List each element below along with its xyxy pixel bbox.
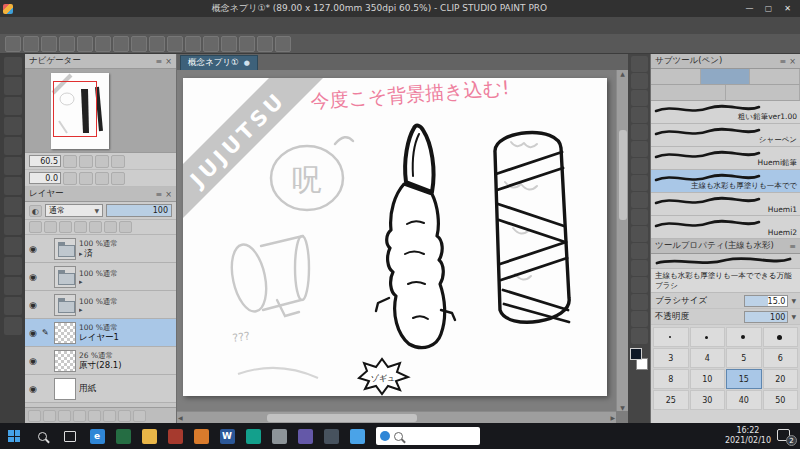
- tool-figure-icon[interactable]: [631, 311, 648, 327]
- start-button[interactable]: [0, 423, 28, 449]
- main-color-swatch[interactable]: [630, 348, 642, 360]
- menu-filter[interactable]: [84, 17, 98, 34]
- visibility-eye-icon[interactable]: ◉: [27, 356, 39, 366]
- palette-timeline-icon[interactable]: [4, 257, 22, 275]
- brush-huemi-enpitsu[interactable]: Huemi鉛筆: [651, 147, 800, 170]
- taskbar-app-explorer[interactable]: [136, 423, 162, 449]
- size-8[interactable]: 8: [653, 369, 689, 389]
- rotate-right-icon[interactable]: [79, 172, 93, 185]
- zoom-out-icon[interactable]: [185, 36, 201, 52]
- palette-layer-property-icon[interactable]: [4, 217, 22, 235]
- layer-thumbnail[interactable]: [54, 378, 76, 400]
- layer-1[interactable]: ◉ ✎ 100 %通常 ▸レイヤー1: [25, 319, 176, 347]
- menu-layer[interactable]: [42, 17, 56, 34]
- palette-tone-icon[interactable]: [4, 317, 22, 335]
- visibility-eye-icon[interactable]: ◉: [27, 244, 39, 254]
- clip-studio-icon[interactable]: [5, 36, 21, 52]
- menu-file[interactable]: [0, 17, 14, 34]
- layer-thumbnail[interactable]: [54, 322, 76, 344]
- palette-color-set-icon[interactable]: [4, 297, 22, 315]
- tool-fill-icon[interactable]: [631, 277, 648, 293]
- size-15[interactable]: 15: [726, 369, 762, 389]
- folder-arrow-icon[interactable]: ▸: [79, 250, 83, 258]
- ruler-icon[interactable]: [89, 221, 102, 233]
- transfer-layer-icon[interactable]: [58, 410, 71, 422]
- blend-mode-select[interactable]: 通常 ▼: [45, 204, 103, 217]
- tool-move-icon[interactable]: [631, 73, 648, 89]
- size-4[interactable]: 4: [690, 348, 726, 368]
- maximize-button[interactable]: ▢: [759, 1, 778, 16]
- fill-icon[interactable]: [149, 36, 165, 52]
- save-icon[interactable]: [41, 36, 57, 52]
- taskbar-search-box[interactable]: [376, 427, 480, 445]
- drawing-canvas[interactable]: JUJUTSU 今度こそ背景描き込む! 呪: [183, 78, 607, 396]
- palette-material-icon[interactable]: [4, 77, 22, 95]
- size-20[interactable]: 20: [763, 369, 799, 389]
- taskbar-app-5[interactable]: [188, 423, 214, 449]
- layer-thumbnail[interactable]: [54, 266, 76, 288]
- taskbar-app-8[interactable]: [266, 423, 292, 449]
- tab-kamipen[interactable]: [726, 85, 800, 100]
- visibility-eye-icon[interactable]: ◉: [27, 300, 39, 310]
- delete-icon[interactable]: [95, 36, 111, 52]
- layer-folder-sumi[interactable]: ◉ ✎ 100 %通常 ▸済: [25, 235, 176, 263]
- panel-menu-icon[interactable]: ≡: [789, 242, 796, 251]
- palette-layer-icon[interactable]: [4, 197, 22, 215]
- vertical-scrollbar[interactable]: ▲ ▼: [616, 70, 628, 411]
- taskbar-app-11[interactable]: [344, 423, 370, 449]
- apply-mask-icon[interactable]: [103, 410, 116, 422]
- tool-selection-icon[interactable]: [631, 107, 648, 123]
- tool-auto-select-icon[interactable]: [631, 124, 648, 140]
- stabilize-icon[interactable]: [257, 36, 273, 52]
- palette-navigator-icon[interactable]: [4, 97, 22, 115]
- mask-enable-icon[interactable]: [74, 221, 87, 233]
- brush-banno[interactable]: 主線も水彩も厚塗りも一本でで: [651, 170, 800, 193]
- navigator-view-rect[interactable]: [53, 81, 97, 137]
- menu-window[interactable]: [98, 17, 112, 34]
- taskbar-app-10[interactable]: [318, 423, 344, 449]
- palette-options-icon[interactable]: [119, 221, 132, 233]
- taskbar-search-button[interactable]: [28, 423, 56, 449]
- panel-close-icon[interactable]: ×: [165, 190, 172, 199]
- taskbar-app-9[interactable]: [292, 423, 318, 449]
- delete-layer-icon[interactable]: [118, 410, 131, 422]
- minimize-button[interactable]: —: [740, 1, 759, 16]
- new-folder-icon[interactable]: [43, 410, 56, 422]
- clear-selection-icon[interactable]: [113, 36, 129, 52]
- scroll-up-icon[interactable]: ▲: [620, 70, 625, 77]
- layer-mask-icon[interactable]: [88, 410, 101, 422]
- layer-opacity-slider[interactable]: 100: [106, 204, 172, 217]
- tool-text-icon[interactable]: [631, 328, 648, 344]
- size-40[interactable]: 40: [726, 390, 762, 410]
- brush-huemi2[interactable]: Huemi2: [651, 216, 800, 239]
- scroll-right-icon[interactable]: ▶: [610, 414, 615, 421]
- tool-gradient-icon[interactable]: [631, 294, 648, 310]
- layer-color-icon[interactable]: [104, 221, 117, 233]
- size-50[interactable]: 50: [763, 390, 799, 410]
- taskbar-app-4[interactable]: [162, 423, 188, 449]
- tool-brush-icon[interactable]: [631, 192, 648, 208]
- flip-horizontal-icon[interactable]: [95, 172, 109, 185]
- size-30[interactable]: 30: [690, 390, 726, 410]
- brush-sharpen[interactable]: シャーペン: [651, 124, 800, 147]
- opacity-input[interactable]: 100: [744, 311, 788, 323]
- tool-decoration-icon[interactable]: [631, 226, 648, 242]
- menu-help[interactable]: [112, 17, 126, 34]
- tool-pencil-icon[interactable]: [631, 175, 648, 191]
- merge-layer-icon[interactable]: [73, 410, 86, 422]
- brush-arai-enpitsu[interactable]: 粗い鉛筆ver1.00: [651, 101, 800, 124]
- tool-blend-icon[interactable]: [631, 260, 648, 276]
- visibility-eye-icon[interactable]: ◉: [27, 328, 39, 338]
- layer-folder-3[interactable]: ◉ ✎ 100 %通常 ▸: [25, 291, 176, 319]
- zoom-out-icon[interactable]: [63, 155, 77, 168]
- scroll-left-icon[interactable]: ◀: [178, 414, 183, 421]
- tab-pencil[interactable]: [651, 69, 701, 84]
- redo-icon[interactable]: [77, 36, 93, 52]
- horizontal-scrollbar[interactable]: ◀ ▶: [177, 411, 616, 423]
- brush-size-input[interactable]: 15.0: [744, 295, 788, 307]
- document-tab[interactable]: 概念ネプリ① ●: [180, 55, 258, 70]
- tool-eyedropper-icon[interactable]: [631, 141, 648, 157]
- canvas-viewport[interactable]: JUJUTSU 今度こそ背景描き込む! 呪: [177, 70, 628, 423]
- folder-arrow-icon[interactable]: ▸: [79, 306, 83, 314]
- menu-view[interactable]: [70, 17, 84, 34]
